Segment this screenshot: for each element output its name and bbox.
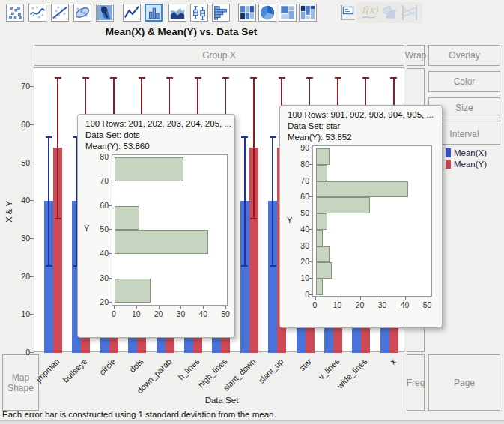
hist-y-tick-mark (109, 278, 112, 279)
hist-y-tick-mark (109, 157, 112, 157)
hist-y-tick-mark (309, 196, 312, 197)
drop-zone-group-x-label: Group X (202, 50, 236, 61)
hist-bar-80-90 (316, 148, 330, 165)
hist-bar-70-80 (115, 157, 183, 181)
y-tick-label: 10 (9, 309, 30, 318)
hist-y-tick-label: 80 (293, 160, 309, 169)
drop-zone-color-label: Color (454, 76, 476, 87)
toolbar-pie-icon[interactable] (258, 4, 276, 22)
hist-x-tick-label: 40 (195, 309, 211, 318)
drop-zone-wrap-label: Wrap (405, 50, 426, 61)
error-cap-bottom-mean-y-slant_down (250, 218, 257, 219)
error-cap-top-mean-y-jmpman (55, 77, 61, 79)
hist-x-tick-mark (114, 306, 115, 309)
hist-y-tick-label: 40 (293, 225, 309, 234)
drop-zone-group-x[interactable]: Group X (34, 45, 404, 66)
hist-y-tick-mark (109, 302, 112, 303)
hist-y-tick-label: 20 (92, 297, 109, 306)
hist-x-tick-label: 0 (307, 300, 324, 309)
hist-y-tick-label: 70 (92, 176, 109, 185)
y-tick-label: 0 (9, 348, 30, 357)
y-tick-label: 60 (9, 120, 30, 129)
hist-x-tick-mark (383, 297, 383, 300)
y-tick-mark (30, 276, 34, 277)
error-cap-bottom-mean-y-jmpman (55, 218, 61, 219)
drop-zone-overlay-label: Overlay (449, 50, 479, 61)
window-bottom-edge (0, 420, 504, 424)
y-tick-mark (30, 238, 34, 239)
hist-x-tick-mark (428, 297, 428, 300)
hist-x-tick-mark (360, 297, 361, 300)
drop-zone-overlay[interactable]: Overlay (428, 45, 500, 66)
tooltip-text-line: Data Set: star (288, 121, 340, 130)
error-bar-mean-y-slant_down (253, 77, 255, 218)
hist-y-tick-label: 10 (293, 273, 309, 282)
tooltip-text-line: 100 Rows: 201, 202, 203, 204, 205, ... (85, 119, 231, 128)
drop-zone-wrap[interactable]: Wrap (407, 45, 425, 66)
hist-y-tick-mark (309, 229, 312, 230)
error-bar-mean-x-jmpman (48, 136, 49, 265)
drop-zone-color[interactable]: Color (428, 71, 500, 92)
hist-x-tick-mark (203, 306, 204, 309)
hist-y-tick-label: 50 (92, 225, 109, 234)
toolbar-mosaic-icon[interactable] (299, 4, 317, 22)
legend-swatch (446, 160, 451, 169)
hist-x-tick-label: 50 (217, 309, 234, 318)
drop-zone-interval-label: Interval (449, 129, 479, 139)
hist-x-tick-label: 20 (352, 300, 368, 309)
drop-zone-freq[interactable]: Freq (407, 354, 425, 411)
tooltip-text-line: Mean(Y): 53.860 (85, 142, 150, 151)
hist-x-tick-mark (225, 306, 226, 309)
hist-x-tick-mark (315, 297, 316, 300)
y-tick-mark (30, 124, 34, 125)
toolbar-ellipse-icon[interactable] (73, 4, 91, 22)
tooltip-popup-star: 100 Rows: 901, 902, 903, 904, 905, ...Da… (279, 105, 443, 328)
hist-y-tick-mark (309, 261, 312, 262)
hist-y-tick-label: 20 (293, 257, 309, 266)
toolbar-contour-icon[interactable] (96, 4, 114, 22)
toolbar-area-icon[interactable] (168, 4, 186, 22)
toolbar-map-shapes-icon (380, 4, 398, 22)
toolbar: f(x) (0, 0, 504, 25)
hist-y-tick-label: 90 (293, 143, 309, 152)
hist-bar-20-30 (316, 246, 330, 263)
hist-y-axis-name: Y (84, 224, 89, 233)
hist-bar-30-40 (316, 230, 323, 246)
graph-title: Mean(X) & Mean(Y) vs. Data Set (46, 26, 316, 37)
hist-x-tick-mark (159, 306, 160, 309)
y-tick-mark (30, 352, 34, 353)
error-cap-top-mean-y-circle (110, 77, 117, 79)
error-cap-top-mean-x-slant_up (270, 136, 276, 138)
error-cap-top-mean-y-high_lines (222, 77, 229, 79)
toolbar-histogram-icon[interactable] (212, 4, 230, 22)
drop-zone-page[interactable]: Page (428, 354, 500, 411)
toolbar-line-of-fit-icon[interactable] (51, 4, 69, 22)
hist-x-tick-label: 10 (330, 300, 346, 309)
tooltip-text-line: Mean(Y): 53.852 (288, 133, 352, 142)
toolbar-caption-box-icon[interactable] (338, 4, 356, 22)
legend-item-0[interactable]: Mean(X) (446, 148, 487, 158)
hist-bar-60-70 (316, 181, 408, 198)
hist-y-tick-mark (309, 278, 312, 279)
legend-item-1[interactable]: Mean(Y) (446, 159, 487, 169)
toolbar-points-icon[interactable] (6, 4, 24, 22)
legend-label: Mean(X) (454, 148, 487, 157)
error-bar-mean-x-slant_down (244, 136, 246, 265)
toolbar-heatmap-icon[interactable] (238, 4, 256, 22)
error-cap-bottom-mean-x-slant_up (270, 265, 276, 267)
toolbar-bar-icon[interactable] (145, 4, 163, 22)
error-cap-top-mean-y-star (306, 77, 313, 79)
drop-zone-page-label: Page (454, 378, 475, 388)
hist-y-tick-mark (309, 164, 312, 165)
toolbar-treemap-icon[interactable] (279, 4, 297, 22)
toolbar-smoother-icon[interactable] (28, 4, 46, 22)
y-tick-mark (30, 314, 34, 315)
error-cap-top-mean-y-wide_lines (362, 77, 369, 79)
hist-x-tick-mark (405, 297, 406, 300)
toolbar-box-plot-icon[interactable] (190, 4, 208, 22)
toolbar-line-icon[interactable] (123, 4, 141, 22)
hist-bar-70-80 (316, 165, 327, 181)
toolbar-formula-icon: f(x) (360, 4, 378, 22)
hist-bar-10-20 (316, 262, 332, 279)
error-cap-top-mean-y-h_lines (195, 77, 201, 79)
